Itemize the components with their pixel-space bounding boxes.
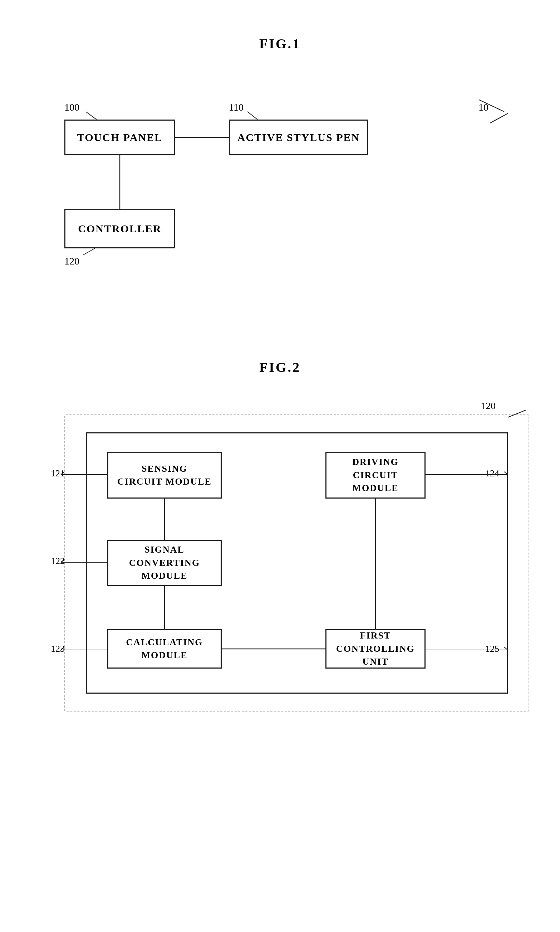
active-stylus-pen-box: ACTIVE STYLUS PEN — [229, 120, 368, 155]
fig1-title: FIG.1 — [29, 36, 531, 51]
svg-line-5 — [83, 248, 95, 255]
fig2-label-121: 121 — [51, 468, 65, 479]
fig2-container: 120 SENSINGCIRCUIT MODULE SIGNALCONVERTI… — [29, 393, 531, 744]
touch-panel-box: TOUCH PANEL — [65, 120, 175, 155]
sensing-circuit-module-box: SENSINGCIRCUIT MODULE — [107, 452, 222, 498]
svg-line-4 — [248, 112, 257, 120]
fig2-title: FIG.2 — [29, 360, 531, 375]
svg-line-6 — [490, 113, 508, 123]
fig2-label-120: 120 — [481, 400, 495, 412]
page: FIG.1 10 100 110 120 TOUCH PANEL ACTIVE … — [0, 0, 560, 932]
signal-converting-module-box: SIGNALCONVERTINGMODULE — [107, 540, 222, 586]
label-10: 10 — [478, 102, 488, 113]
label-110: 110 — [229, 102, 243, 113]
label-120: 120 — [65, 256, 79, 267]
fig2-label-123: 123 — [51, 643, 65, 654]
label-100: 100 — [65, 102, 79, 113]
first-controlling-unit-box: FIRSTCONTROLLINGUNIT — [325, 629, 426, 668]
calculating-module-box: CALCULATINGMODULE — [107, 629, 222, 668]
controller-box: CONTROLLER — [65, 209, 175, 248]
fig1-container: 10 100 110 120 TOUCH PANEL ACTIVE STYLUS… — [29, 73, 531, 352]
svg-line-3 — [86, 112, 97, 120]
driving-circuit-module-box: DRIVINGCIRCUITMODULE — [325, 452, 426, 498]
fig2-label-122: 122 — [51, 556, 65, 566]
fig2-label-124: 124 — [485, 468, 499, 479]
fig2-label-125: 125 — [485, 643, 499, 654]
